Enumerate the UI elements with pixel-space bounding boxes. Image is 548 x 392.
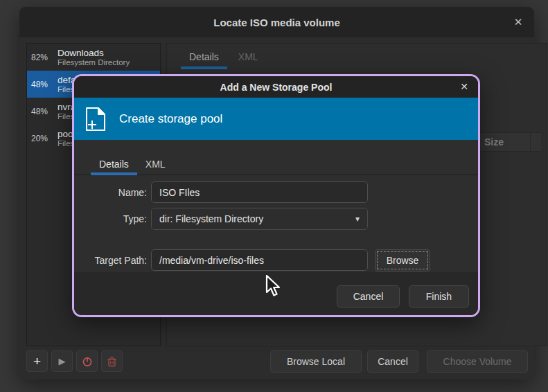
cancel-button[interactable]: Cancel	[367, 350, 418, 373]
browse-local-button[interactable]: Browse Local	[270, 350, 362, 373]
mouse-cursor	[265, 275, 282, 299]
window-title: Locate ISO media volume	[213, 17, 340, 28]
dialog-tab-xml[interactable]: XML	[137, 154, 174, 175]
banner-label: Create storage pool	[119, 112, 222, 126]
choose-volume-button[interactable]: Choose Volume	[427, 350, 528, 373]
pool-name: Downloads	[58, 48, 130, 58]
close-icon: ✕	[514, 16, 523, 28]
play-icon: ▶	[59, 357, 66, 366]
delete-pool-button[interactable]	[101, 350, 123, 372]
dialog-cancel-button[interactable]: Cancel	[337, 285, 400, 308]
new-document-icon	[83, 106, 108, 132]
stop-pool-button[interactable]	[76, 350, 98, 372]
window-titlebar: Locate ISO media volume ✕	[19, 7, 534, 37]
dialog-tab-details[interactable]: Details	[91, 154, 137, 175]
pool-usage-percent: 82%	[27, 53, 52, 62]
pool-row-downloads[interactable]: 82% Downloads Filesystem Directory	[27, 44, 160, 71]
trash-icon	[107, 356, 117, 367]
volume-size-column-header: Size	[484, 136, 504, 148]
type-dropdown[interactable]: dir: Filesystem Directory ▾	[151, 208, 368, 230]
column-separator	[530, 133, 531, 151]
dialog-finish-button[interactable]: Finish	[409, 285, 469, 308]
pool-type: Filesystem Directory	[58, 58, 130, 67]
pool-usage-percent: 48%	[27, 80, 52, 89]
start-pool-button[interactable]: ▶	[51, 350, 73, 372]
pool-usage-percent: 20%	[27, 134, 52, 143]
target-path-input[interactable]	[151, 249, 368, 271]
dialog-title: Add a New Storage Pool	[220, 82, 333, 93]
add-pool-button[interactable]: +	[26, 350, 48, 372]
tab-details[interactable]: Details	[179, 44, 229, 69]
plus-icon: +	[33, 355, 41, 368]
target-path-label: Target Path:	[74, 255, 147, 266]
pool-detail-tabbar: Details XML	[167, 44, 547, 69]
dialog-tabbar: Details XML	[74, 154, 478, 175]
browse-button[interactable]: Browse	[375, 249, 430, 271]
create-pool-banner: Create storage pool	[74, 98, 478, 140]
name-label: Name:	[74, 187, 147, 198]
type-dropdown-value: dir: Filesystem Directory	[159, 213, 263, 224]
pool-usage-percent: 48%	[27, 107, 52, 116]
dialog-titlebar: Add a New Storage Pool ✕	[74, 76, 478, 98]
tab-xml[interactable]: XML	[229, 44, 268, 69]
window-close-button[interactable]: ✕	[511, 15, 526, 30]
name-input[interactable]	[151, 181, 368, 203]
dialog-close-button[interactable]: ✕	[457, 80, 471, 93]
power-stop-icon	[82, 356, 93, 367]
type-label: Type:	[74, 213, 147, 224]
chevron-down-icon: ▾	[355, 214, 360, 224]
close-icon: ✕	[460, 81, 468, 92]
